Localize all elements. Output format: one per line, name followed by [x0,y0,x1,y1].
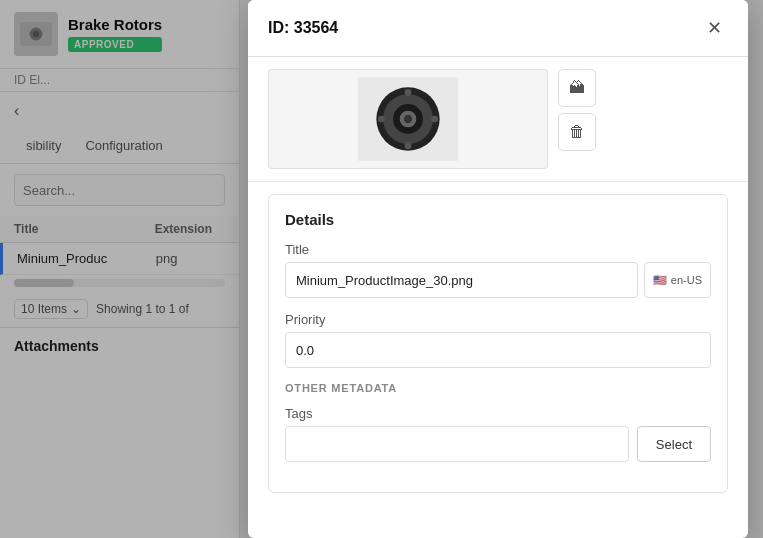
priority-input[interactable] [285,332,711,368]
image-section: 🏔 🗑 [248,57,748,182]
priority-field-group: Priority [285,312,711,368]
tags-field-group: Tags Select [285,406,711,462]
svg-point-11 [378,116,385,123]
svg-point-9 [405,89,412,96]
image-icon: 🏔 [569,79,585,97]
lang-code: en-US [671,274,702,286]
close-icon: ✕ [707,17,722,39]
svg-point-12 [431,116,438,123]
modal-overlay: ID: 33564 ✕ [0,0,763,538]
title-input-row: 🇺🇸 en-US [285,262,711,298]
tags-row: Select [285,426,711,462]
modal-close-button[interactable]: ✕ [700,14,728,42]
image-container: 🏔 🗑 [268,69,728,169]
title-label: Title [285,242,711,257]
svg-point-8 [404,115,412,123]
flag-icon: 🇺🇸 [653,274,667,287]
modal-dialog: ID: 33564 ✕ [248,0,748,538]
modal-header: ID: 33564 ✕ [248,0,748,57]
svg-point-10 [405,142,412,149]
delete-image-button[interactable]: 🗑 [558,113,596,151]
details-section: Details Title 🇺🇸 en-US Priority [268,194,728,493]
tags-input[interactable] [285,426,629,462]
title-field-group: Title 🇺🇸 en-US [285,242,711,298]
change-image-button[interactable]: 🏔 [558,69,596,107]
tags-label: Tags [285,406,711,421]
modal-title: ID: 33564 [268,19,338,37]
language-selector[interactable]: 🇺🇸 en-US [644,262,711,298]
priority-label: Priority [285,312,711,327]
modal-body: 🏔 🗑 Details Title [248,57,748,538]
select-button[interactable]: Select [637,426,711,462]
image-actions: 🏔 🗑 [558,69,596,151]
trash-icon: 🗑 [569,123,585,141]
product-image-preview [268,69,548,169]
other-metadata-heading: OTHER METADATA [285,382,711,394]
details-heading: Details [285,211,711,228]
title-input[interactable] [285,262,638,298]
